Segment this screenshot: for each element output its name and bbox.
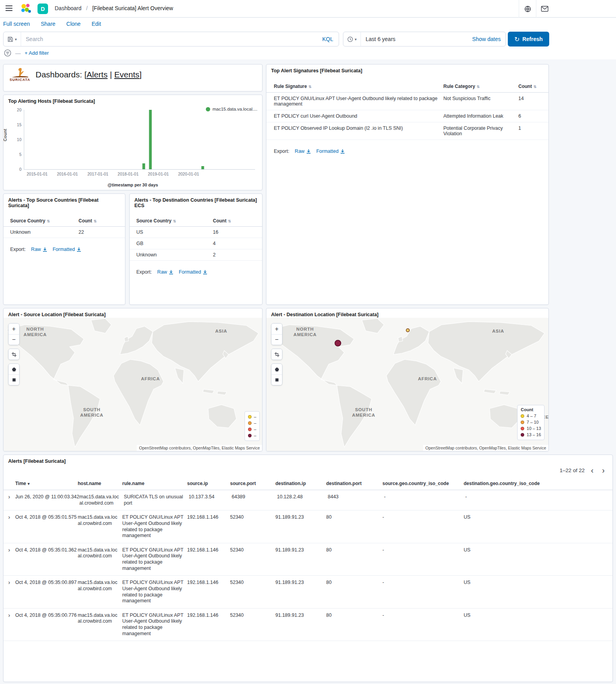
expand-row-icon[interactable]: › <box>4 612 15 618</box>
bounds-tool-button[interactable] <box>9 374 19 385</box>
sort-icon: ⇅ <box>477 85 480 89</box>
alert-destination-location-panel: Alert - Destination Location [Filebeat S… <box>266 308 549 451</box>
column-header-destination-geo[interactable]: destination.geo.country_iso_code <box>464 481 542 487</box>
quick-time-menu-button[interactable]: ▾ <box>343 32 361 46</box>
map-label: ASIA <box>215 329 227 333</box>
show-dates-button[interactable]: Show dates <box>468 36 505 42</box>
map-label: NORTH AMERICA <box>19 326 51 338</box>
world-map[interactable] <box>266 318 548 451</box>
y-tick-label: 15 <box>17 122 21 127</box>
column-header-destination-ip[interactable]: destination.ip <box>275 481 326 487</box>
column-header-count[interactable]: Count⇅ <box>518 84 542 89</box>
newsfeed-mail-icon[interactable] <box>536 0 553 18</box>
column-header-source-port[interactable]: source.port <box>230 481 275 487</box>
export-formatted-link[interactable]: Formatted <box>316 149 345 154</box>
column-header-source-country[interactable]: Source Country⇅ <box>4 218 79 224</box>
sort-icon: ⇅ <box>228 219 231 223</box>
column-header-count[interactable]: Count⇅ <box>79 218 106 224</box>
clone-button[interactable]: Clone <box>66 21 81 27</box>
expand-row-icon[interactable]: › <box>4 514 15 520</box>
map-label: SOUTH AMERICA <box>348 407 380 418</box>
crop-tool-button[interactable] <box>271 349 282 360</box>
source-location-map[interactable]: NORTH AMERICA ASIA AFRICA SOUTH AMERICA … <box>4 318 262 451</box>
filter-icon[interactable] <box>4 49 11 57</box>
column-header-rule[interactable]: rule.name <box>122 481 187 487</box>
menu-icon[interactable] <box>5 5 12 11</box>
expand-row-icon[interactable]: › <box>4 580 15 585</box>
table-row: › Oct 4, 2018 @ 05:35:01.575 mac15.data.… <box>4 510 612 543</box>
crop-tool-button[interactable] <box>9 349 19 360</box>
next-page-button[interactable]: › <box>600 466 607 475</box>
y-tick-label: 10 <box>17 137 21 142</box>
bar <box>149 110 152 169</box>
dashboards-switcher: Dashboards: [Alerts | Events] <box>36 70 142 79</box>
polygon-tool-button[interactable] <box>271 364 282 374</box>
saved-query-menu-button[interactable]: ▾ <box>4 32 21 46</box>
world-map[interactable] <box>4 318 262 451</box>
map-legend: –––– <box>245 411 260 441</box>
signatures-table: Rule Signature⇅ Rule Category⇅ Count⇅ ET… <box>266 81 548 140</box>
full-screen-button[interactable]: Full screen <box>3 21 30 27</box>
kql-language-button[interactable]: KQL <box>317 36 339 42</box>
refresh-button[interactable]: ↻ Refresh <box>508 32 549 47</box>
share-button[interactable]: Share <box>41 21 55 27</box>
map-attribution: OpenStreetMap contributors, OpenMapTiles… <box>137 445 262 451</box>
export-raw-link[interactable]: Raw <box>295 149 311 154</box>
expand-row-icon[interactable]: › <box>4 494 15 500</box>
search-input[interactable] <box>21 36 317 42</box>
zoom-in-button[interactable]: + <box>271 324 282 334</box>
map-point[interactable] <box>335 340 341 346</box>
table-row: › Jun 26, 2020 @ 11:00:03.342 mac15.data… <box>4 490 612 510</box>
alerts-dashboard-link[interactable]: Alerts <box>87 70 108 79</box>
elastic-logo-icon[interactable] <box>20 3 31 15</box>
map-point[interactable] <box>406 328 410 332</box>
table-row: ET POLICY curl User-Agent Outbound Attem… <box>266 110 548 122</box>
map-legend: Count 4 – 77 – 1010 – 1313 – 16 <box>517 405 545 440</box>
breadcrumb-dashboard[interactable]: Dashboard <box>55 5 82 11</box>
filter-bar: — + Add filter <box>4 49 49 57</box>
pagination-label: 1–22 of 22 <box>560 467 585 473</box>
bounds-tool-button[interactable] <box>271 374 282 385</box>
expand-row-icon[interactable]: › <box>4 547 15 553</box>
panel-title: Alert - Destination Location [Filebeat S… <box>266 308 548 319</box>
polygon-tool-button[interactable] <box>9 364 19 374</box>
bar <box>202 166 204 169</box>
panel-title: Alert - Source Location [Filebeat Surica… <box>4 308 262 319</box>
help-icon[interactable] <box>519 0 536 18</box>
events-dashboard-link[interactable]: Events <box>114 70 139 79</box>
sort-icon: ⇅ <box>534 85 537 89</box>
column-header-source-geo[interactable]: source.geo.country_iso_code <box>382 481 464 487</box>
column-header-time[interactable]: Time▾ <box>15 481 78 487</box>
column-header-source-ip[interactable]: source.ip <box>187 481 230 487</box>
space-avatar[interactable]: D <box>37 4 48 14</box>
time-range-value[interactable]: Last 6 years <box>361 36 468 42</box>
legend-color-icon <box>521 414 524 418</box>
column-header-destination-port[interactable]: destination.port <box>326 481 382 487</box>
map-label: AFRICA <box>418 376 437 381</box>
download-icon <box>169 270 173 274</box>
pagination: 1–22 of 22 ‹ › <box>560 466 607 475</box>
column-header-host[interactable]: host.name <box>78 481 122 487</box>
column-header-count[interactable]: Count⇅ <box>213 218 240 224</box>
zoom-in-button[interactable]: + <box>9 324 19 334</box>
prev-page-button[interactable]: ‹ <box>589 466 596 475</box>
destination-location-map[interactable]: NORTH AMERICA ASIA AFRICA SOUTH AMERICA … <box>266 318 548 451</box>
export-raw-link[interactable]: Raw <box>31 247 47 252</box>
save-query-icon <box>7 36 13 42</box>
map-controls: + − <box>8 323 20 385</box>
export-raw-link[interactable]: Raw <box>157 269 173 275</box>
sort-icon: ⇅ <box>309 85 312 89</box>
top-alerting-hosts-panel: Top Alerting Hosts [Filebeat Suricata] m… <box>3 95 262 190</box>
export-label: Export: <box>136 269 152 275</box>
legend-color-icon <box>521 421 524 424</box>
column-header-source-country[interactable]: Source Country⇅ <box>130 218 213 224</box>
export-formatted-link[interactable]: Formatted <box>179 269 207 275</box>
column-header-rule-category[interactable]: Rule Category⇅ <box>443 84 518 89</box>
export-formatted-link[interactable]: Formatted <box>53 247 81 252</box>
zoom-out-button[interactable]: − <box>9 334 19 345</box>
column-header-rule-signature[interactable]: Rule Signature⇅ <box>266 84 443 89</box>
add-filter-button[interactable]: + Add filter <box>25 50 49 56</box>
edit-button[interactable]: Edit <box>91 21 101 27</box>
table-row: GB 4 <box>130 238 262 249</box>
zoom-out-button[interactable]: − <box>271 334 282 345</box>
